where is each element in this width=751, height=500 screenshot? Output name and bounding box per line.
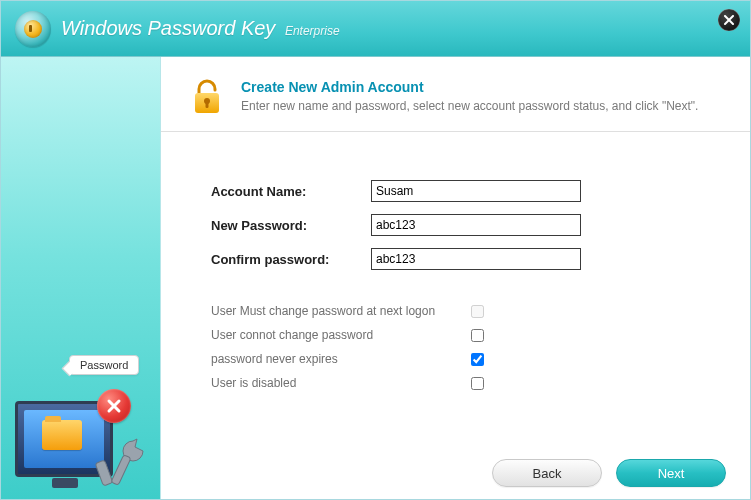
confirm-password-input[interactable] — [371, 248, 581, 270]
options-area: User Must change password at next logonU… — [161, 292, 750, 390]
error-badge-icon — [97, 389, 131, 423]
sidebar-illustration: Password — [1, 333, 160, 493]
intro-subheading: Enter new name and password, select new … — [241, 99, 698, 113]
option-label: User connot change password — [211, 328, 471, 342]
option-checkbox[interactable] — [471, 377, 484, 390]
padlock-icon — [189, 79, 225, 117]
back-button[interactable]: Back — [492, 459, 602, 487]
close-button[interactable] — [718, 9, 740, 31]
sidebar: Password — [1, 57, 161, 499]
form-area: Account Name: New Password: Confirm pass… — [161, 132, 750, 292]
next-button[interactable]: Next — [616, 459, 726, 487]
svg-rect-8 — [206, 102, 209, 108]
option-checkbox[interactable] — [471, 353, 484, 366]
title-bar: Windows Password Key Enterprise — [1, 1, 750, 57]
password-pill: Password — [69, 355, 139, 375]
footer-bar: Back Next — [161, 447, 750, 499]
option-label: User is disabled — [211, 376, 471, 390]
svg-rect-5 — [111, 455, 131, 486]
account-name-label: Account Name: — [211, 184, 371, 199]
app-logo-icon — [15, 11, 51, 47]
app-title-text: Windows Password Key — [61, 17, 275, 39]
account-name-input[interactable] — [371, 180, 581, 202]
main-panel: Create New Admin Account Enter new name … — [161, 57, 750, 499]
password-pill-text: Password — [80, 359, 128, 371]
intro-heading: Create New Admin Account — [241, 79, 698, 95]
close-icon — [724, 15, 734, 25]
tools-icon — [93, 435, 153, 489]
app-edition: Enterprise — [285, 24, 340, 38]
new-password-label: New Password: — [211, 218, 371, 233]
option-checkbox[interactable] — [471, 329, 484, 342]
svg-rect-4 — [95, 460, 113, 486]
option-row: password never expires — [211, 352, 700, 366]
new-password-input[interactable] — [371, 214, 581, 236]
confirm-password-label: Confirm password: — [211, 252, 371, 267]
option-row: User is disabled — [211, 376, 700, 390]
option-row: User connot change password — [211, 328, 700, 342]
app-title: Windows Password Key Enterprise — [61, 17, 340, 40]
option-checkbox — [471, 305, 484, 318]
option-label: password never expires — [211, 352, 471, 366]
option-row: User Must change password at next logon — [211, 304, 700, 318]
intro-section: Create New Admin Account Enter new name … — [161, 57, 750, 132]
app-window: Windows Password Key Enterprise Password — [0, 0, 751, 500]
option-label: User Must change password at next logon — [211, 304, 471, 318]
